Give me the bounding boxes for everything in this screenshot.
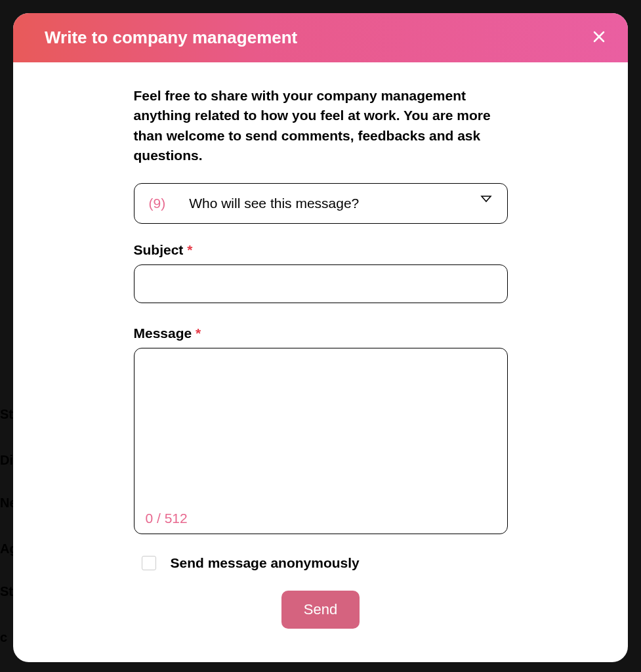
anonymous-row: Send message anonymously — [134, 555, 508, 571]
bg-text: Di — [0, 453, 13, 468]
recipients-count: (9) — [149, 196, 166, 211]
close-icon — [591, 29, 607, 47]
char-counter: 0 / 512 — [146, 511, 188, 526]
subject-label-text: Subject — [134, 242, 184, 257]
required-indicator: * — [187, 242, 192, 257]
bg-text: St — [0, 584, 13, 599]
message-input[interactable] — [134, 348, 508, 534]
anonymous-checkbox[interactable] — [142, 556, 156, 570]
message-wrapper: 0 / 512 — [134, 348, 508, 537]
subject-label: Subject * — [134, 242, 508, 258]
bg-text: c — [0, 630, 7, 645]
subject-input[interactable] — [134, 264, 508, 303]
send-button[interactable]: Send — [281, 591, 360, 629]
modal-header: Write to company management — [13, 13, 628, 62]
message-label: Message * — [134, 326, 508, 341]
form-container: Feel free to share with your company man… — [134, 86, 508, 649]
chevron-down-icon — [480, 194, 493, 206]
required-indicator: * — [196, 326, 201, 341]
modal-body: Feel free to share with your company man… — [13, 62, 628, 662]
modal-title: Write to company management — [45, 28, 297, 48]
recipients-label: Who will see this message? — [189, 196, 492, 211]
intro-text: Feel free to share with your company man… — [134, 86, 508, 166]
svg-marker-2 — [482, 196, 491, 201]
anonymous-label: Send message anonymously — [171, 555, 360, 571]
recipients-dropdown[interactable]: (9) Who will see this message? — [134, 183, 508, 224]
write-to-management-modal: Write to company management Feel free to… — [13, 13, 628, 662]
close-button[interactable] — [589, 26, 610, 49]
message-label-text: Message — [134, 326, 192, 341]
bg-text: St — [0, 407, 13, 422]
